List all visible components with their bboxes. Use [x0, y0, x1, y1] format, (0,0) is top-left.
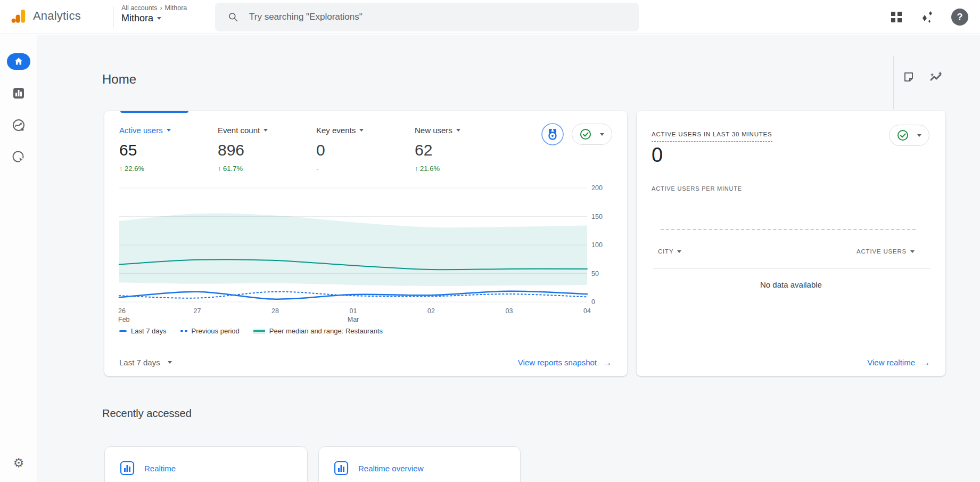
check-circle-icon: [897, 129, 909, 141]
svg-text:27: 27: [194, 307, 201, 315]
date-range-label: Last 7 days: [119, 358, 160, 367]
report-card-icon: [120, 461, 135, 476]
legend-label: Last 7 days: [131, 327, 167, 335]
metric-label: Active users: [119, 126, 163, 135]
search-bar[interactable]: [215, 3, 639, 31]
recently-accessed-heading: Recently accessed: [102, 407, 192, 420]
search-input[interactable]: [249, 12, 569, 22]
metric-value: 62: [415, 141, 513, 159]
legend-peer-median: Peer median and range: Restaurants: [253, 327, 383, 335]
realtime-title: ACTIVE USERS IN LAST 30 MINUTES: [652, 131, 772, 142]
chevron-down-icon[interactable]: [359, 129, 364, 132]
check-circle-icon: [580, 128, 591, 140]
city-column-header[interactable]: CITY: [658, 248, 681, 255]
metric-event-count[interactable]: Event count 896 ↑ 61.7%: [218, 126, 316, 173]
metric-value: 896: [218, 141, 316, 159]
explore-icon: [12, 118, 26, 132]
table-divider: [653, 268, 930, 269]
chevron-down-icon: [157, 17, 161, 20]
chevron-down-icon[interactable]: [263, 129, 268, 132]
svg-text:28: 28: [271, 307, 279, 315]
legend-previous-period: Previous period: [180, 327, 240, 335]
active-users-30min-value: 0: [652, 144, 663, 167]
chevron-down-icon: [168, 361, 172, 364]
search-icon: [228, 12, 238, 22]
view-realtime-link[interactable]: View realtime →: [867, 357, 930, 367]
arrow-right-icon: →: [920, 357, 930, 367]
chevron-down-icon[interactable]: [167, 129, 171, 132]
sidebar-item-advertising[interactable]: [0, 144, 37, 170]
date-range-select[interactable]: Last 7 days: [119, 358, 172, 367]
chevron-down-icon: [677, 250, 681, 253]
benchmarking-medal-icon[interactable]: [541, 122, 564, 146]
empty-state-text: No data available: [637, 280, 945, 289]
topbar-divider: [113, 6, 114, 28]
metric-delta: ↑ 61.7%: [218, 165, 316, 173]
analytics-logo-icon: [11, 7, 28, 24]
help-icon[interactable]: ?: [951, 9, 968, 26]
realtime-card: ACTIVE USERS IN LAST 30 MINUTES 0 ACTIVE…: [637, 111, 945, 376]
metric-delta: ↑ 22.6%: [119, 165, 218, 173]
legend-label: Peer median and range: Restaurants: [269, 327, 383, 335]
recent-card-title: Realtime overview: [358, 464, 424, 473]
content-divider: [893, 56, 894, 109]
solid-line-swatch: [119, 330, 127, 332]
legend-label: Previous period: [192, 327, 240, 335]
column-label: ACTIVE USERS: [857, 248, 907, 255]
svg-text:03: 03: [506, 307, 513, 315]
metric-delta: ↑ 21.6%: [415, 165, 513, 173]
gear-icon[interactable]: ⚙: [0, 456, 37, 470]
sidebar-item-home[interactable]: [0, 48, 37, 74]
note-icon[interactable]: [902, 71, 915, 84]
chevron-down-icon: [910, 250, 915, 253]
insights-sparkline-icon[interactable]: [929, 71, 944, 84]
recent-card-realtime[interactable]: Realtime: [104, 446, 308, 482]
analytics-logo[interactable]: Analytics: [11, 7, 81, 24]
metric-value: 0: [316, 141, 415, 159]
sidebar-item-reports[interactable]: [0, 80, 37, 106]
overview-card: Active users 65 ↑ 22.6% Event count 896 …: [104, 111, 627, 376]
legend-last-7-days: Last 7 days: [119, 327, 167, 335]
link-label: View realtime: [867, 358, 915, 367]
svg-text:200: 200: [591, 184, 603, 192]
metric-label: Key events: [316, 126, 356, 135]
page-title: Home: [102, 72, 136, 87]
active-users-column-header[interactable]: ACTIVE USERS: [857, 248, 915, 255]
chevron-down-icon: [917, 134, 921, 137]
metric-label: New users: [415, 126, 452, 135]
per-minute-empty-baseline: [661, 229, 916, 230]
svg-text:26: 26: [118, 307, 126, 315]
chevron-down-icon[interactable]: [456, 129, 460, 132]
metric-key-events[interactable]: Key events 0 -: [316, 126, 415, 173]
sidebar-item-explore[interactable]: [0, 112, 37, 138]
main-content: Home Active users 65 ↑ 22.6% Event count…: [37, 35, 980, 482]
metric-label: Event count: [218, 126, 260, 135]
overview-chart[interactable]: 05010015020026Feb272801Mar020304: [104, 179, 627, 331]
svg-text:04: 04: [583, 307, 591, 315]
svg-text:Mar: Mar: [348, 316, 359, 323]
apps-grid-icon[interactable]: [890, 10, 903, 24]
view-reports-snapshot-link[interactable]: View reports snapshot →: [518, 357, 612, 367]
link-label: View reports snapshot: [518, 358, 597, 367]
chart-legend: Last 7 days Previous period Peer median …: [119, 327, 383, 335]
metric-active-users[interactable]: Active users 65 ↑ 22.6%: [119, 126, 218, 173]
gemini-sparkle-icon[interactable]: [919, 9, 935, 25]
data-quality-pill[interactable]: [572, 124, 612, 145]
metric-value: 65: [119, 141, 218, 159]
property-name: Mithora: [121, 13, 153, 24]
nav-sidebar: ⚙: [0, 35, 37, 482]
metric-delta: -: [316, 165, 415, 173]
property-selector[interactable]: Mithora: [121, 13, 187, 24]
arrow-right-icon: →: [602, 357, 612, 367]
recent-card-realtime-overview[interactable]: Realtime overview: [318, 446, 521, 482]
breadcrumb-account[interactable]: Mithora: [165, 4, 187, 12]
breadcrumb-root[interactable]: All accounts: [121, 4, 157, 12]
active-tab-indicator: [120, 111, 188, 113]
target-cursor-icon: [12, 150, 26, 164]
chevron-down-icon: [600, 133, 604, 136]
per-minute-label: ACTIVE USERS PER MINUTE: [652, 185, 742, 192]
home-active-pill: [7, 53, 30, 70]
svg-text:Feb: Feb: [118, 316, 130, 323]
metric-new-users[interactable]: New users 62 ↑ 21.6%: [415, 126, 513, 173]
data-quality-pill[interactable]: [889, 125, 929, 146]
